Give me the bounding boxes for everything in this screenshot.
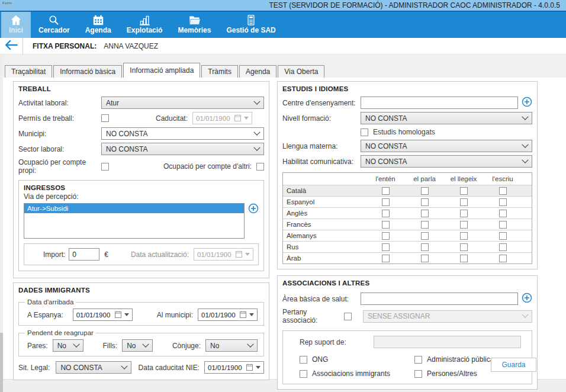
language-skill-checkbox[interactable] bbox=[499, 232, 507, 240]
nivell-formacio-select[interactable]: NO CONSTA bbox=[361, 112, 532, 124]
nivell-formacio-label: Nivell formació: bbox=[282, 114, 361, 123]
language-skill-checkbox[interactable] bbox=[421, 187, 429, 195]
estudis-homologats-checkbox[interactable] bbox=[361, 128, 368, 136]
nav-item-explotacio[interactable]: Explotació bbox=[119, 12, 171, 38]
section-estudis-idiomes: ESTUDIS I IDIOMES Centre d'ensenyament: … bbox=[277, 81, 538, 269]
language-skill-checkbox[interactable] bbox=[460, 255, 468, 262]
area-basica-salut-input[interactable] bbox=[361, 293, 518, 305]
llengua-materna-select[interactable]: NO CONSTA bbox=[361, 140, 532, 152]
language-skill-checkbox[interactable] bbox=[460, 232, 468, 240]
tab-tramits[interactable]: Tràmits bbox=[201, 65, 238, 78]
language-skill-checkbox[interactable] bbox=[382, 198, 390, 206]
via-percepcio-listbox[interactable]: Atur->Subsidi bbox=[24, 203, 245, 239]
associacio-select[interactable]: SENSE ASSIGNAR bbox=[363, 310, 532, 323]
data-actualitzacio-datepicker[interactable]: 01/01/1900 bbox=[194, 248, 253, 261]
administracio-publica-checkbox[interactable] bbox=[414, 356, 422, 364]
conjuge-select[interactable]: No bbox=[205, 339, 258, 352]
area-basica-salut-label: Àrea bàsica de salut: bbox=[282, 295, 361, 303]
section-treball: TREBALL Activitat laboral: Atur Permís d… bbox=[13, 81, 269, 278]
language-skill-checkbox[interactable] bbox=[382, 232, 390, 240]
a-espanya-datepicker[interactable]: 01/01/1900 bbox=[73, 309, 133, 321]
fills-label: Fills: bbox=[102, 342, 117, 350]
language-skill-checkbox[interactable] bbox=[421, 210, 429, 217]
language-skill-checkbox[interactable] bbox=[421, 255, 429, 262]
municipi-label: Municipi: bbox=[18, 130, 101, 138]
save-button[interactable]: Guarda bbox=[491, 358, 536, 372]
languages-table-header: l'entén el parla el llegeix l'escriu bbox=[283, 173, 532, 185]
nav-item-label: Memòries bbox=[178, 26, 211, 34]
language-skill-checkbox[interactable] bbox=[499, 243, 507, 251]
sit-legal-select[interactable]: NO CONSTA bbox=[56, 361, 131, 374]
language-skill-checkbox[interactable] bbox=[382, 210, 390, 217]
tab-label: Informació bàsica bbox=[60, 68, 115, 76]
language-skill-checkbox[interactable] bbox=[499, 221, 507, 229]
language-skill-checkbox[interactable] bbox=[460, 243, 468, 251]
pertany-associacio-checkbox[interactable] bbox=[344, 313, 352, 320]
data-caducitat-nie-datepicker[interactable]: 01/01/1900 bbox=[204, 361, 264, 374]
nav-item-inici[interactable]: Inici bbox=[1, 12, 31, 38]
tab-informacio-basica[interactable]: Informació bàsica bbox=[53, 65, 122, 78]
language-skill-checkbox[interactable] bbox=[382, 255, 390, 262]
language-skill-checkbox[interactable] bbox=[460, 187, 468, 195]
centre-ensenyament-label: Centre d'ensenyament: bbox=[282, 99, 361, 107]
habilitat-comunicativa-select[interactable]: NO CONSTA bbox=[361, 155, 532, 168]
ocupacio-altri-checkbox[interactable] bbox=[256, 163, 264, 171]
activitat-laboral-select[interactable]: Atur bbox=[101, 97, 264, 109]
language-skill-checkbox[interactable] bbox=[421, 198, 429, 206]
language-skill-checkbox[interactable] bbox=[460, 221, 468, 229]
persones-altres-checkbox[interactable] bbox=[414, 370, 422, 378]
nav-item-agenda[interactable]: Agenda bbox=[78, 12, 119, 38]
window-titlebar: Form TEST (SERVIDOR DE FORMACIÓ) - ADMIN… bbox=[0, 0, 566, 12]
ong-checkbox[interactable] bbox=[300, 356, 307, 364]
sector-laboral-select[interactable]: NO CONSTA bbox=[101, 143, 264, 155]
import-input[interactable] bbox=[69, 248, 99, 261]
language-skill-checkbox[interactable] bbox=[499, 255, 507, 262]
left-scrollbar[interactable] bbox=[0, 54, 3, 392]
permis-treball-checkbox[interactable] bbox=[101, 114, 109, 122]
associacions-immigrants-checkbox[interactable] bbox=[300, 370, 307, 378]
pares-select[interactable]: No bbox=[53, 339, 83, 352]
al-municipi-datepicker[interactable]: 01/01/1900 bbox=[198, 309, 258, 321]
tab-tracabilitat[interactable]: Traçabilitat bbox=[5, 65, 52, 78]
language-skill-checkbox[interactable] bbox=[421, 243, 429, 251]
language-skill-checkbox[interactable] bbox=[499, 187, 507, 195]
ocupacio-propi-checkbox[interactable] bbox=[101, 163, 109, 171]
fills-select[interactable]: No bbox=[122, 339, 153, 352]
chevron-down-icon bbox=[522, 141, 528, 147]
opt-ong: ONG bbox=[300, 355, 414, 364]
section-title: TREBALL bbox=[14, 82, 269, 94]
tab-label: Informació ampliada bbox=[130, 66, 194, 75]
date-value: 01/01/1900 bbox=[76, 311, 112, 319]
language-skill-checkbox[interactable] bbox=[460, 198, 468, 206]
caducitat-datepicker[interactable]: 01/01/1900 bbox=[192, 112, 252, 124]
import-label: Import: bbox=[43, 250, 65, 259]
administracio-publica-label: Administració pública bbox=[427, 355, 494, 364]
language-skill-checkbox[interactable] bbox=[460, 210, 468, 217]
rep-suport-input[interactable] bbox=[374, 336, 521, 348]
back-button[interactable] bbox=[0, 38, 22, 54]
add-centre-button[interactable] bbox=[522, 97, 532, 109]
language-skill-checkbox[interactable] bbox=[421, 221, 429, 229]
language-skill-checkbox[interactable] bbox=[382, 221, 390, 229]
add-area-salut-button[interactable] bbox=[522, 293, 532, 305]
bar-chart-icon bbox=[139, 15, 150, 25]
centre-ensenyament-input[interactable] bbox=[361, 97, 518, 109]
tab-informacio-ampliada[interactable]: Informació ampliada bbox=[123, 63, 200, 78]
language-skill-checkbox[interactable] bbox=[499, 210, 507, 217]
language-skill-checkbox[interactable] bbox=[421, 232, 429, 240]
nav-item-cercador[interactable]: Cercador bbox=[31, 12, 78, 38]
sector-laboral-label: Sector laboral: bbox=[18, 145, 101, 153]
tab-via-oberta[interactable]: Via Oberta bbox=[278, 65, 324, 78]
nav-item-gestio-sad[interactable]: Gestió de SAD bbox=[218, 12, 283, 38]
municipi-select[interactable]: NO CONSTA bbox=[101, 127, 264, 140]
add-via-percepcio-button[interactable] bbox=[248, 203, 259, 216]
language-skill-checkbox[interactable] bbox=[382, 243, 390, 251]
tab-label: Traçabilitat bbox=[11, 68, 46, 76]
tab-agenda[interactable]: Agenda bbox=[239, 65, 276, 78]
select-value: No bbox=[127, 342, 136, 350]
left-scrollbar-thumb[interactable] bbox=[0, 333, 3, 392]
language-skill-checkbox[interactable] bbox=[382, 187, 390, 195]
nav-item-memories[interactable]: Memòries bbox=[170, 12, 218, 38]
list-item[interactable]: Atur->Subsidi bbox=[24, 204, 244, 213]
language-skill-checkbox[interactable] bbox=[499, 198, 507, 206]
